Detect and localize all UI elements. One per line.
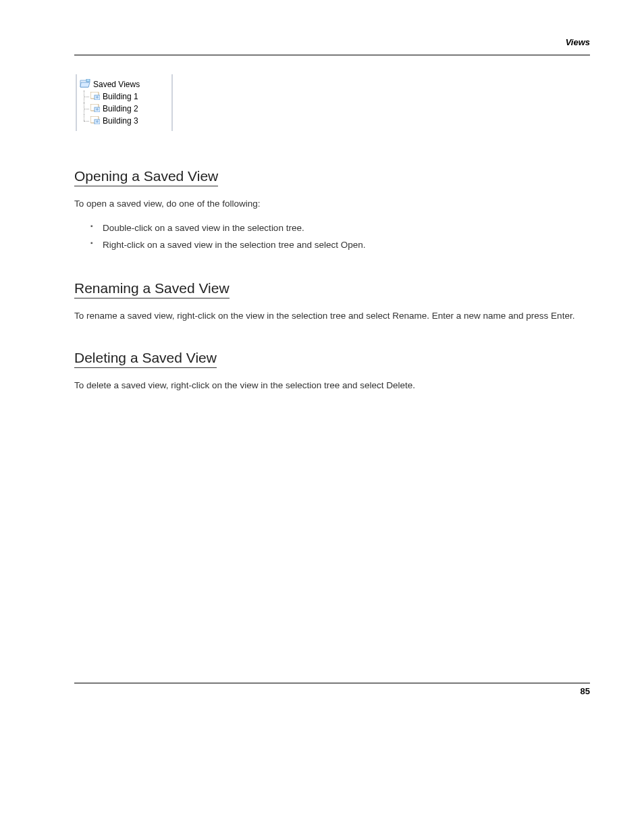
bullet-list: Double-click on a saved view in the sele… [90,220,590,253]
views-root-icon [80,79,90,90]
tree-item-label: Building 1 [103,92,138,101]
footer-divider [74,683,590,683]
section-rename-view: Renaming a Saved View To rename a saved … [74,280,590,323]
section-heading: Deleting a Saved View [74,350,217,368]
document-page: Views Saved Views Buil [0,0,644,834]
tree-item[interactable]: Building 3 [80,115,167,127]
page-header: Views [74,37,590,52]
svg-rect-2 [86,79,90,82]
header-divider [74,55,590,55]
page-number: 85 [74,686,590,696]
section-heading: Opening a Saved View [74,168,218,186]
section-intro: To open a saved view, do one of the foll… [74,197,590,211]
bullet-item: Right-click on a saved view in the selec… [90,237,590,253]
tree-root[interactable]: Saved Views [80,78,167,90]
section-body: To delete a saved view, right-click on t… [74,379,590,392]
view-item-icon [90,104,100,114]
section-delete-view: Deleting a Saved View To delete a saved … [74,350,590,392]
view-item-icon [90,92,100,102]
header-section-title: Views [566,37,590,47]
tree-item[interactable]: Building 1 [80,90,167,103]
view-item-icon [90,116,100,126]
svg-marker-1 [80,82,90,87]
section-body: To rename a saved view, right-click on t… [74,309,590,323]
tree-item-label: Building 3 [103,116,138,126]
saved-views-tree: Saved Views Building 1 [76,74,173,131]
bullet-item: Double-click on a saved view in the sele… [90,220,590,236]
tree-item-label: Building 2 [103,104,138,113]
tree-item[interactable]: Building 2 [80,103,167,115]
section-open-view: Opening a Saved View To open a saved vie… [74,168,590,253]
section-heading: Renaming a Saved View [74,280,230,298]
page-spacer [74,392,590,683]
tree-root-label: Saved Views [93,80,140,89]
